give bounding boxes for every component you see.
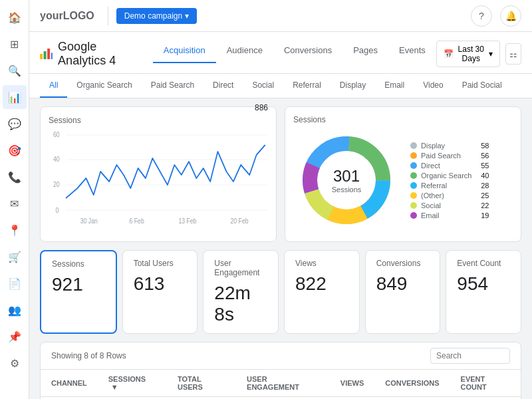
nav-location-icon[interactable]: 📍 <box>3 218 27 242</box>
svg-text:0: 0 <box>55 207 59 214</box>
data-table: CHANNEL SESSIONS ▼ TOTAL USERS USER ENGA… <box>41 370 521 399</box>
nav-analytics-icon[interactable]: 📊 <box>3 85 27 109</box>
svg-rect-1 <box>44 51 47 59</box>
table-header: CHANNEL SESSIONS ▼ TOTAL USERS USER ENGA… <box>41 370 521 397</box>
nav-home-icon[interactable]: 🏠 <box>3 5 27 29</box>
col-conversions[interactable]: CONVERSIONS <box>374 370 450 397</box>
svg-text:20: 20 <box>53 181 60 188</box>
legend-item-paid-search: Paid Search 56 <box>410 152 489 160</box>
legend-item-email: Email 19 <box>410 211 489 219</box>
line-chart-count: 886 <box>255 103 268 112</box>
dashboard: Sessions 886 60 40 20 0 <box>29 98 532 399</box>
stat-conversions[interactable]: Conversions 849 <box>365 250 441 334</box>
analytics-bar-icon <box>40 47 53 61</box>
analytics-header: Google Analytics 4 Acquisition Audience … <box>29 32 532 74</box>
cell-event-count: 22 <box>450 397 521 400</box>
svg-rect-0 <box>40 54 43 59</box>
table-header-row: Showing 8 of 8 Rows <box>41 342 521 370</box>
sessions-line-chart-card: Sessions 886 60 40 20 0 <box>40 106 277 242</box>
sub-tabs: All Organic Search Paid Search Direct So… <box>29 74 532 98</box>
donut-legend: Display 58 Paid Search 56 Direct <box>410 142 489 219</box>
nav-phone-icon[interactable]: 📞 <box>3 165 27 189</box>
campaign-button[interactable]: Demo campaign ▾ <box>116 8 197 24</box>
sessions-donut-chart-card: Sessions <box>285 106 521 242</box>
stats-row: Sessions 921 Total Users 613 User Engage… <box>40 250 521 334</box>
subtab-direct[interactable]: Direct <box>203 74 243 98</box>
legend-dot-email <box>410 212 417 219</box>
nav-chat-icon[interactable]: 💬 <box>3 112 27 136</box>
legend-item-display: Display 58 <box>410 142 489 150</box>
nav-rail: 🏠 ⊞ 🔍 📊 💬 🎯 📞 ✉ 📍 🛒 📄 👥 📌 ⚙ <box>0 0 29 399</box>
tab-pages[interactable]: Pages <box>342 45 388 63</box>
nav-cart-icon[interactable]: 🛒 <box>3 245 27 269</box>
line-chart-container: 60 40 20 0 30 Jan <box>49 125 268 231</box>
subtab-social[interactable]: Social <box>243 74 283 98</box>
nav-users-icon[interactable]: 👥 <box>3 298 27 322</box>
col-views[interactable]: VIEWS <box>330 370 374 397</box>
col-total-users[interactable]: TOTAL USERS <box>167 370 236 397</box>
stat-views[interactable]: Views 822 <box>284 250 360 334</box>
date-range-button[interactable]: 📅 Last 30 Days ▾ <box>436 41 500 67</box>
legend-dot-social <box>410 202 417 209</box>
subtab-paid-social[interactable]: Paid Social <box>453 74 511 98</box>
table-row: Direct 53 12 57s 49 20 22 <box>41 397 521 400</box>
cell-channel: Direct <box>41 397 98 400</box>
subtab-display[interactable]: Display <box>331 74 375 98</box>
subtab-paid-search[interactable]: Paid Search <box>142 74 203 98</box>
subtab-email[interactable]: Email <box>375 74 414 98</box>
subtab-organic-search[interactable]: Organic Search <box>67 74 141 98</box>
header-right: 📅 Last 30 Days ▾ ⚏ <box>436 41 521 67</box>
svg-text:6 Feb: 6 Feb <box>130 217 144 225</box>
nav-mail-icon[interactable]: ✉ <box>3 192 27 215</box>
donut-container: 301 Sessions <box>293 127 400 233</box>
chevron-down-icon: ▾ <box>185 11 189 21</box>
svg-text:60: 60 <box>53 131 60 138</box>
donut-chart-title: Sessions <box>293 115 513 124</box>
subtab-all[interactable]: All <box>40 74 67 98</box>
svg-text:30 Jan: 30 Jan <box>80 217 98 225</box>
logo: yourLOGO <box>40 10 94 22</box>
tab-events[interactable]: Events <box>388 45 436 63</box>
cell-conversions: 20 <box>374 397 450 400</box>
nav-settings-icon[interactable]: ⚙ <box>3 351 27 375</box>
analytics-title: Google Analytics 4 <box>58 40 137 68</box>
legend-dot-paid-search <box>410 152 417 159</box>
top-bar: yourLOGO Demo campaign ▾ ? 🔔 <box>29 0 532 32</box>
svg-text:20 Feb: 20 Feb <box>231 217 249 225</box>
donut-center-value: 301 <box>332 167 362 186</box>
calendar-icon: 📅 <box>444 49 454 59</box>
table-search-input[interactable] <box>430 348 510 364</box>
col-user-engagement[interactable]: USER ENGAGEMENT <box>236 370 330 397</box>
stat-user-engagement[interactable]: User Engagement 22m 8s <box>203 250 279 334</box>
legend-item-direct: Direct 55 <box>410 162 489 170</box>
tab-conversions[interactable]: Conversions <box>273 45 342 63</box>
stat-event-count[interactable]: Event Count 954 <box>446 250 521 334</box>
nav-target-icon[interactable]: 🎯 <box>3 138 27 162</box>
donut-center: 301 Sessions <box>332 167 362 194</box>
subtab-referral[interactable]: Referral <box>283 74 331 98</box>
stat-sessions[interactable]: Sessions 921 <box>40 250 117 334</box>
line-chart-title: Sessions <box>49 116 81 125</box>
col-event-count[interactable]: EVENT COUNT <box>450 370 521 397</box>
cell-views: 49 <box>330 397 374 400</box>
help-button[interactable]: ? <box>471 5 492 27</box>
nav-grid-icon[interactable]: ⊞ <box>3 32 27 56</box>
legend-dot-referral <box>410 182 417 189</box>
nav-search-icon[interactable]: 🔍 <box>3 59 27 82</box>
chart-options-button[interactable]: ⚏ <box>505 43 521 65</box>
donut-center-label: Sessions <box>332 186 362 194</box>
charts-row: Sessions 886 60 40 20 0 <box>40 106 521 242</box>
nav-doc-icon[interactable]: 📄 <box>3 271 27 295</box>
col-channel[interactable]: CHANNEL <box>41 370 98 397</box>
legend-item-social: Social 22 <box>410 201 489 209</box>
nav-pin-icon[interactable]: 📌 <box>3 325 27 348</box>
analytics-nav-tabs: Acquisition Audience Conversions Pages E… <box>153 45 436 63</box>
cell-user-engagement: 57s <box>236 397 330 400</box>
tab-acquisition[interactable]: Acquisition <box>153 45 216 63</box>
stat-total-users[interactable]: Total Users 613 <box>122 250 198 334</box>
tab-audience[interactable]: Audience <box>216 45 273 63</box>
subtab-video[interactable]: Video <box>414 74 452 98</box>
legend-dot-other <box>410 192 417 199</box>
col-sessions[interactable]: SESSIONS ▼ <box>98 370 167 397</box>
notifications-button[interactable]: 🔔 <box>500 5 521 27</box>
